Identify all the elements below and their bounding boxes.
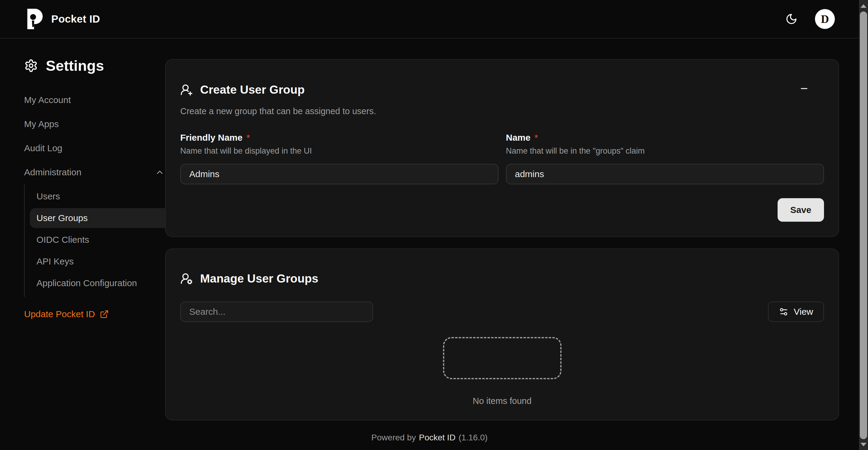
sidebar-item-administration[interactable]: Administration	[24, 160, 170, 184]
sidebar-item-user-groups[interactable]: User Groups	[30, 208, 170, 228]
sidebar-item-label: User Groups	[36, 213, 88, 223]
friendly-name-help: Name that will be displayed in the UI	[180, 147, 498, 156]
create-user-group-card: Create User Group Create a new group tha…	[165, 59, 839, 237]
footer-brand-link[interactable]: Pocket ID	[419, 433, 456, 443]
user-cog-icon	[180, 272, 193, 285]
page-title-text: Settings	[46, 57, 104, 74]
sidebar-item-audit-log[interactable]: Audit Log	[24, 136, 170, 160]
update-pocket-id-link[interactable]: Update Pocket ID	[24, 309, 170, 319]
empty-state-placeholder-box	[443, 337, 561, 379]
sidebar-item-label: Audit Log	[24, 143, 62, 153]
avatar-initial: D	[821, 13, 829, 26]
administration-subnav: Users User Groups OIDC Clients API Keys …	[24, 184, 170, 297]
moon-icon	[785, 13, 798, 25]
friendly-name-input[interactable]	[180, 164, 498, 184]
name-input[interactable]	[506, 164, 824, 184]
sidebar-item-label: Users	[36, 191, 60, 201]
sidebar-item-users[interactable]: Users	[25, 186, 170, 207]
footer: Powered by Pocket ID (1.16.0)	[0, 425, 859, 450]
footer-version: (1.16.0)	[458, 433, 488, 443]
sidebar-item-label: OIDC Clients	[36, 235, 89, 245]
empty-state-text: No items found	[472, 396, 531, 406]
sidebar-item-my-apps[interactable]: My Apps	[24, 112, 170, 136]
manage-card-title-text: Manage User Groups	[200, 272, 318, 285]
update-link-label: Update Pocket ID	[24, 309, 95, 319]
scrollbar-down-arrow[interactable]	[861, 443, 867, 446]
chevron-up-icon	[155, 167, 164, 177]
settings-sidebar: Settings My Account My Apps Audit Log Ad…	[0, 38, 165, 420]
app-title: Pocket ID	[51, 13, 100, 25]
manage-card-title: Manage User Groups	[180, 272, 824, 285]
collapse-card-button[interactable]	[798, 82, 811, 95]
required-asterisk: *	[534, 132, 538, 143]
friendly-name-field-group: Friendly Name * Name that will be displa…	[180, 132, 498, 184]
sidebar-item-label: API Keys	[36, 256, 73, 266]
external-link-icon	[100, 310, 109, 319]
sliders-icon	[779, 307, 788, 317]
create-card-title-text: Create User Group	[200, 83, 305, 96]
sidebar-item-label: Administration	[24, 167, 82, 178]
sidebar-item-label: Application Configuration	[36, 278, 137, 288]
sidebar-item-my-account[interactable]: My Account	[24, 88, 170, 112]
sidebar-item-oidc-clients[interactable]: OIDC Clients	[25, 229, 170, 251]
empty-state: No items found	[180, 337, 824, 406]
search-input[interactable]	[180, 301, 373, 322]
minus-icon	[799, 84, 809, 93]
friendly-name-label: Friendly Name *	[180, 132, 498, 143]
topbar: Pocket ID D	[0, 0, 868, 38]
name-label: Name *	[506, 132, 824, 143]
footer-prefix: Powered by	[371, 433, 416, 443]
sidebar-item-label: My Account	[24, 95, 71, 105]
view-button[interactable]: View	[768, 301, 824, 322]
pocket-id-logo-icon	[26, 9, 43, 29]
vertical-scrollbar[interactable]	[859, 0, 868, 450]
sidebar-item-api-keys[interactable]: API Keys	[25, 251, 170, 272]
create-card-title: Create User Group	[180, 83, 824, 96]
scrollbar-thumb[interactable]	[860, 11, 867, 439]
page-title: Settings	[24, 57, 165, 74]
sidebar-nav: My Account My Apps Audit Log Administrat…	[24, 88, 170, 319]
sidebar-item-application-configuration[interactable]: Application Configuration	[25, 272, 170, 294]
sidebar-item-label: My Apps	[24, 119, 59, 129]
avatar[interactable]: D	[815, 9, 835, 29]
name-field-group: Name * Name that will be in the "groups"…	[506, 132, 824, 184]
gear-icon	[24, 59, 38, 73]
theme-toggle-button[interactable]	[785, 13, 798, 25]
user-plus-icon	[180, 84, 193, 96]
name-help: Name that will be in the "groups" claim	[506, 147, 824, 156]
main-content: Create User Group Create a new group tha…	[165, 38, 868, 420]
create-card-subtitle: Create a new group that can be assigned …	[180, 106, 824, 116]
view-button-label: View	[794, 307, 813, 317]
scrollbar-up-arrow[interactable]	[861, 4, 867, 8]
manage-user-groups-card: Manage User Groups View No items found	[165, 249, 839, 420]
required-asterisk: *	[247, 132, 250, 143]
save-button[interactable]: Save	[778, 198, 824, 222]
brand[interactable]: Pocket ID	[26, 9, 100, 29]
